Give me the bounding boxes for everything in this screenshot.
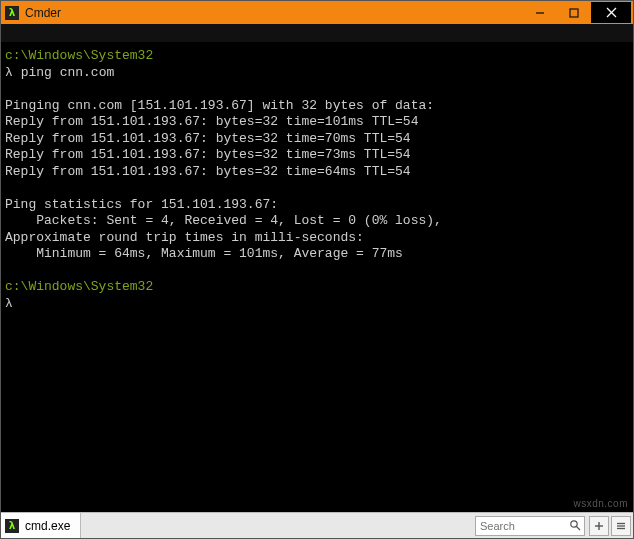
- menubar: [1, 24, 633, 42]
- search-box[interactable]: [475, 516, 585, 536]
- tab-label: cmd.exe: [25, 519, 70, 533]
- output-line: Approximate round trip times in milli-se…: [5, 230, 364, 245]
- svg-line-5: [577, 526, 581, 530]
- minimize-button[interactable]: [523, 3, 557, 23]
- search-input[interactable]: [476, 518, 566, 534]
- menu-button[interactable]: [611, 516, 631, 536]
- lambda-icon: λ: [5, 519, 19, 533]
- watermark-text: wsxdn.com: [573, 498, 628, 509]
- terminal-output[interactable]: c:\Windows\System32 λ ping cnn.com Pingi…: [1, 42, 633, 512]
- window-controls: [523, 3, 629, 23]
- svg-rect-1: [570, 9, 578, 17]
- prompt-lambda: λ: [5, 65, 13, 80]
- bottom-bar: λ cmd.exe: [1, 512, 633, 538]
- search-icon[interactable]: [566, 519, 584, 533]
- svg-point-4: [571, 520, 577, 526]
- output-line: Minimum = 64ms, Maximum = 101ms, Average…: [5, 246, 403, 261]
- output-line: Reply from 151.101.193.67: bytes=32 time…: [5, 131, 411, 146]
- window-title: Cmder: [25, 6, 523, 20]
- maximize-button[interactable]: [557, 3, 591, 23]
- output-line: Ping statistics for 151.101.193.67:: [5, 197, 278, 212]
- output-line: Reply from 151.101.193.67: bytes=32 time…: [5, 164, 411, 179]
- prompt-lambda: λ: [5, 296, 13, 311]
- close-button[interactable]: [591, 2, 631, 23]
- lambda-icon: λ: [5, 6, 19, 20]
- tab-cmd[interactable]: λ cmd.exe: [1, 513, 81, 538]
- new-tab-button[interactable]: [589, 516, 609, 536]
- output-line: Pinging cnn.com [151.101.193.67] with 32…: [5, 98, 434, 113]
- output-line: Reply from 151.101.193.67: bytes=32 time…: [5, 147, 411, 162]
- output-line: Packets: Sent = 4, Received = 4, Lost = …: [5, 213, 442, 228]
- prompt-path: c:\Windows\System32: [5, 279, 153, 294]
- prompt-path: c:\Windows\System32: [5, 48, 153, 63]
- typed-command: ping cnn.com: [21, 65, 115, 80]
- titlebar: λ Cmder: [1, 1, 633, 24]
- output-line: Reply from 151.101.193.67: bytes=32 time…: [5, 114, 418, 129]
